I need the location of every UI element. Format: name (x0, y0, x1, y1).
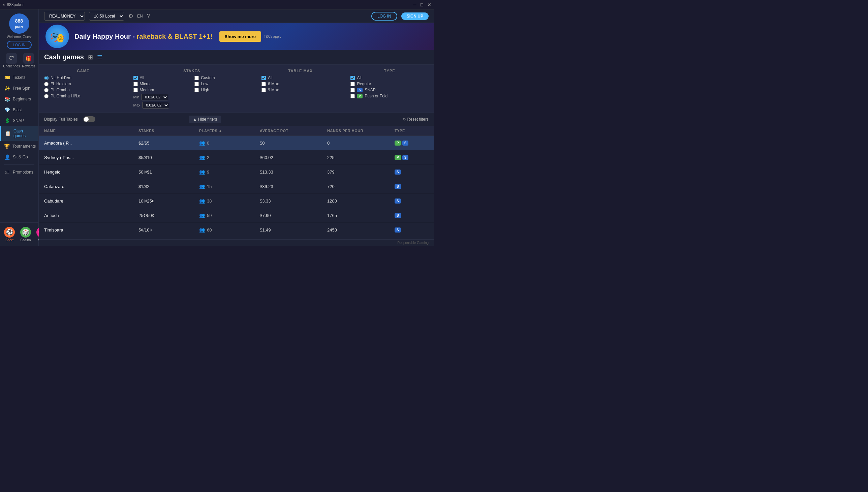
stakes-custom-checkbox[interactable] (194, 76, 199, 80)
tab-sport[interactable]: ⚽ Sport (1, 225, 18, 243)
snap-label: SNAP (13, 118, 24, 123)
type-badges: S (395, 213, 434, 218)
stakes-medium-option[interactable]: Medium (133, 88, 189, 92)
stakes-micro-checkbox[interactable] (133, 82, 138, 86)
signup-button[interactable]: SIGN UP (401, 13, 429, 20)
hide-filters-button[interactable]: ▲ Hide filters (189, 116, 221, 123)
sidebar-item-tournaments[interactable]: 🏆 Tournaments (0, 141, 39, 152)
fl-holdem-radio[interactable] (44, 82, 49, 86)
sidebar-item-cash-games[interactable]: 📋 Cash games (0, 126, 39, 141)
type-snap-checkbox[interactable] (350, 88, 355, 92)
tab-casino[interactable]: 🎲 Casino (18, 225, 34, 243)
fl-holdem-option[interactable]: FL Hold'em (44, 81, 122, 86)
sidebar-item-free-spin[interactable]: ✨ Free Spin (0, 83, 39, 94)
stakes-low-option[interactable]: Low (194, 81, 250, 86)
minimize-button[interactable]: ─ (413, 2, 417, 7)
stakes-micro-option[interactable]: Micro (133, 81, 189, 86)
stakes-all-checkbox[interactable] (133, 76, 138, 80)
tournaments-label: Tournaments (13, 144, 36, 149)
row-name: Hengelo (44, 170, 139, 175)
sidebar-item-promotions[interactable]: 🏷 Promotions (0, 167, 39, 178)
pl-omaha-hilo-option[interactable]: PL Omaha Hi/Lo (44, 94, 122, 98)
close-button[interactable]: ✕ (427, 2, 431, 7)
tablemax-all-checkbox[interactable] (262, 76, 266, 80)
maximize-button[interactable]: □ (421, 2, 423, 7)
type-regular-option[interactable]: Regular (350, 81, 429, 86)
sit-go-label: Sit & Go (13, 155, 28, 159)
tablemax-6max-option[interactable]: 6 Max (262, 81, 340, 86)
row-stakes: $2/$5 (139, 141, 199, 146)
language-button[interactable]: EN (137, 14, 143, 19)
stakes-max-select[interactable]: 0.01/0.02 (142, 102, 169, 108)
banner-cta-button[interactable]: Show me more (219, 31, 261, 42)
free-spin-label: Free Spin (13, 86, 30, 91)
stakes-medium-checkbox[interactable] (133, 88, 138, 92)
col-players[interactable]: PLAYERS ▲ (199, 129, 260, 133)
table-row: Amadora ( P... $2/$5 👥 0 $0 0 P S Play (39, 136, 434, 150)
type-regular-checkbox[interactable] (350, 82, 355, 86)
table-max-options: All 6 Max 9 Max (262, 75, 340, 92)
list-view-button[interactable]: ☰ (97, 54, 102, 61)
cash-games-icon: 📋 (5, 131, 11, 136)
settings-button[interactable]: ⚙ (128, 13, 133, 19)
sidebar-item-blast[interactable]: 💎 Blast (0, 104, 39, 115)
banner-highlight: rakeback & BLAST 1+1! (137, 33, 212, 40)
type-all-checkbox[interactable] (350, 76, 355, 80)
time-selector[interactable]: 18:50 Local (89, 12, 124, 21)
grid-view-button[interactable]: ⊞ (88, 54, 93, 61)
sidebar-item-sit-go[interactable]: 👤 Sit & Go (0, 152, 39, 163)
tablemax-6max-checkbox[interactable] (262, 82, 266, 86)
stakes-min-select[interactable]: 0.01/0.02 (141, 94, 168, 100)
money-mode-selector[interactable]: REAL MONEY PLAY MONEY (44, 12, 85, 21)
snap-badge-row: S (402, 155, 409, 160)
tablemax-9max-option[interactable]: 9 Max (262, 88, 340, 92)
type-push-fold-checkbox[interactable] (350, 94, 355, 98)
sidebar-login-button[interactable]: LOG IN (7, 41, 31, 49)
tablemax-9max-checkbox[interactable] (262, 88, 266, 92)
top-login-button[interactable]: LOG IN (371, 12, 397, 21)
sidebar-item-tickets[interactable]: 🎫 Tickets (0, 72, 39, 83)
type-push-fold-option[interactable]: P Push or Fold (350, 94, 429, 98)
row-stakes: 25¢/50¢ (139, 213, 199, 218)
banner: 🎭 Daily Happy Hour - rakeback & BLAST 1+… (39, 23, 434, 50)
row-players: 👥 59 (199, 213, 260, 218)
row-stakes: 5¢/10¢ (139, 227, 199, 232)
responsible-gaming-text: Responsible Gaming (39, 239, 434, 246)
help-button[interactable]: ? (147, 13, 150, 19)
stakes-custom-option[interactable]: Custom (194, 75, 250, 80)
pl-omaha-radio[interactable] (44, 88, 49, 92)
reset-filters-button[interactable]: ↺ Reset filters (403, 117, 429, 122)
pl-omaha-hilo-radio[interactable] (44, 94, 49, 98)
type-badges: S (395, 170, 434, 175)
stakes-low-checkbox[interactable] (194, 82, 199, 86)
type-snap-option[interactable]: S SNAP (350, 88, 429, 92)
row-players: 👥 15 (199, 184, 260, 189)
tablemax-all-option[interactable]: All (262, 75, 340, 80)
stakes-high-checkbox[interactable] (194, 88, 199, 92)
push-badge: P (395, 141, 401, 146)
sidebar-item-beginners[interactable]: 📚 Beginners (0, 94, 39, 104)
players-icon: 👥 (199, 227, 205, 232)
type-all-option[interactable]: All (350, 75, 429, 80)
snap-badge-row: S (395, 198, 401, 203)
nl-holdem-option[interactable]: NL Hold'em (44, 75, 122, 80)
rewards-shortcut[interactable]: 🎁 Rewards (22, 53, 35, 68)
row-type: S (395, 184, 434, 189)
nl-holdem-radio[interactable] (44, 76, 49, 80)
rewards-label: Rewards (22, 64, 35, 68)
pl-omaha-option[interactable]: PL Omaha (44, 88, 122, 92)
stakes-all-option[interactable]: All (133, 75, 189, 80)
challenges-shortcut[interactable]: 🛡 Challenges (3, 53, 20, 68)
display-full-tables-toggle[interactable] (83, 116, 95, 122)
filter-row: GAME NL Hold'em FL Hold'em PL Omaha (44, 69, 429, 108)
row-avg-pot: $13.33 (260, 170, 327, 175)
casino-label: Casino (20, 238, 31, 242)
app-title: 888poker (7, 2, 24, 7)
sidebar-shortcuts: 🛡 Challenges 🎁 Rewards (3, 53, 35, 68)
table-max-label: TABLE MAX (262, 69, 340, 73)
stakes-high-option[interactable]: High (194, 88, 250, 92)
row-hands-per-hour: 720 (327, 184, 395, 189)
sidebar-item-snap[interactable]: 💲 SNAP (0, 115, 39, 126)
col-type: TYPE (395, 129, 434, 133)
type-badges: S (395, 227, 434, 232)
